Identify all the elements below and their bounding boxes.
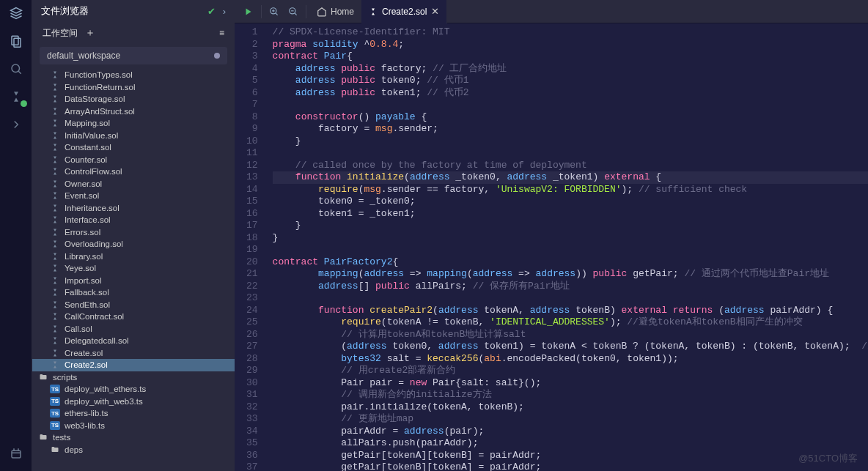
folder-item[interactable]: deps [32, 444, 235, 456]
file-item[interactable]: FunctionTypes.sol [32, 69, 235, 81]
file-item[interactable]: Errors.sol [32, 226, 235, 239]
file-item[interactable]: CallContract.sol [32, 311, 235, 323]
folder-item[interactable]: scripts [32, 371, 235, 384]
zoom-in-button[interactable] [265, 2, 284, 21]
file-item[interactable]: Delegatedcall.sol [32, 335, 235, 347]
folder-item[interactable]: tests [32, 431, 235, 444]
solidity-file-icon [50, 82, 60, 92]
file-item[interactable]: TSweb3-lib.ts [32, 420, 235, 432]
solidity-file-icon [50, 348, 60, 358]
file-item[interactable]: Create.sol [32, 347, 235, 360]
check-icon[interactable]: ✔ [207, 6, 216, 17]
file-item[interactable]: Owner.sol [32, 178, 235, 190]
file-item[interactable]: Create2.sol [32, 359, 235, 371]
file-tab[interactable]: Create2.sol ✕ [361, 0, 447, 23]
file-item[interactable]: Inheritance.sol [32, 202, 235, 215]
solidity-file-icon [369, 7, 378, 16]
file-name: InitialValue.sol [65, 131, 118, 140]
file-name: Create2.sol [65, 360, 108, 369]
solidity-file-icon [50, 190, 60, 201]
solidity-file-icon [50, 130, 60, 141]
file-item[interactable]: InitialValue.sol [32, 130, 235, 142]
search-icon[interactable] [7, 60, 25, 78]
file-item[interactable]: SendEth.sol [32, 299, 235, 311]
solidity-file-icon [50, 106, 60, 116]
file-item[interactable]: Fallback.sol [32, 286, 235, 299]
file-name: Mapping.sol [65, 119, 110, 127]
file-item[interactable]: TSethers-lib.ts [32, 407, 235, 420]
solidity-file-icon [50, 324, 60, 334]
zoom-out-button[interactable] [284, 2, 303, 21]
file-item[interactable]: Yeye.sol [32, 262, 235, 275]
file-item[interactable]: Library.sol [32, 251, 235, 263]
editor-toolbar: Home Create2.sol ✕ [235, 0, 868, 23]
sidebar: 文件浏览器 ✔ › 工作空间 ＋ ≡ default_workspace Fun… [32, 0, 235, 471]
file-item[interactable]: ControlFlow.sol [32, 166, 235, 178]
home-icon [317, 7, 327, 17]
file-name: deploy_with_web3.ts [65, 397, 143, 406]
file-name: DataStorage.sol [65, 94, 125, 103]
menu-icon[interactable]: ≡ [219, 28, 224, 38]
code-content[interactable]: // SPDX-License-Identifier: MITpragma so… [267, 23, 868, 471]
add-workspace-button[interactable]: ＋ [85, 26, 95, 40]
file-name: Errors.sol [65, 228, 100, 237]
plugin-icon[interactable] [7, 445, 25, 462]
status-badge [21, 100, 27, 107]
file-item[interactable]: Interface.sol [32, 214, 235, 226]
file-tree: FunctionTypes.solFunctionReturn.solDataS… [32, 69, 235, 471]
file-item[interactable]: FunctionReturn.sol [32, 81, 235, 94]
logo-icon[interactable] [7, 4, 25, 22]
file-item[interactable]: DataStorage.sol [32, 93, 235, 105]
line-gutter: 1234567891011121314151617181920212223242… [235, 23, 267, 471]
file-name: Delegatedcall.sol [65, 336, 129, 345]
deploy-icon[interactable] [7, 116, 25, 133]
solidity-file-icon [50, 227, 60, 237]
chevron-right-icon[interactable]: › [223, 6, 226, 17]
file-item[interactable]: TSdeploy_with_ethers.ts [32, 383, 235, 396]
solidity-file-icon [50, 155, 60, 165]
file-item[interactable]: Event.sol [32, 190, 235, 202]
file-name: CallContract.sol [65, 312, 124, 321]
file-name: deploy_with_ethers.ts [65, 385, 146, 393]
svg-line-10 [295, 12, 297, 15]
solidity-file-icon [50, 300, 60, 310]
file-item[interactable]: Constant.sol [32, 141, 235, 154]
file-name: Event.sol [65, 191, 99, 200]
file-item[interactable]: TSdeploy_with_web3.ts [32, 396, 235, 408]
solidity-file-icon [50, 94, 60, 104]
file-name: Yeye.sol [65, 264, 96, 272]
svg-line-3 [18, 71, 21, 74]
solidity-file-icon [50, 239, 60, 249]
folder-name: scripts [53, 373, 77, 382]
svg-rect-1 [14, 38, 21, 47]
files-icon[interactable] [7, 32, 25, 50]
solidity-file-icon [50, 118, 60, 128]
svg-point-2 [12, 64, 20, 73]
file-name: ControlFlow.sol [65, 167, 122, 176]
file-item[interactable]: Overloading.sol [32, 238, 235, 251]
solidity-file-icon [50, 203, 60, 213]
solidity-file-icon [50, 360, 60, 370]
close-tab-button[interactable]: ✕ [431, 6, 439, 17]
file-name: FunctionReturn.sol [65, 83, 136, 92]
run-button[interactable] [239, 2, 258, 21]
workspace-select[interactable]: default_workspace [40, 47, 227, 64]
folder-name: deps [65, 445, 83, 454]
file-item[interactable]: Call.sol [32, 323, 235, 335]
solidity-file-icon [50, 287, 60, 297]
solidity-file-icon [50, 311, 60, 322]
file-item[interactable]: Counter.sol [32, 154, 235, 166]
home-label: Home [331, 7, 354, 17]
dropdown-indicator-icon [214, 53, 220, 59]
file-item[interactable]: ArrayAndStruct.sol [32, 105, 235, 118]
solidity-icon[interactable] [7, 88, 25, 105]
file-name: Constant.sol [65, 143, 111, 152]
file-item[interactable]: Mapping.sol [32, 117, 235, 130]
activity-bar [0, 0, 32, 471]
workspace-label: 工作空间 [43, 27, 78, 40]
home-tab[interactable]: Home [309, 7, 361, 17]
file-item[interactable]: Import.sol [32, 275, 235, 287]
code-area[interactable]: 1234567891011121314151617181920212223242… [235, 23, 868, 471]
sidebar-title: 文件浏览器 [41, 4, 207, 18]
solidity-file-icon [50, 275, 60, 286]
